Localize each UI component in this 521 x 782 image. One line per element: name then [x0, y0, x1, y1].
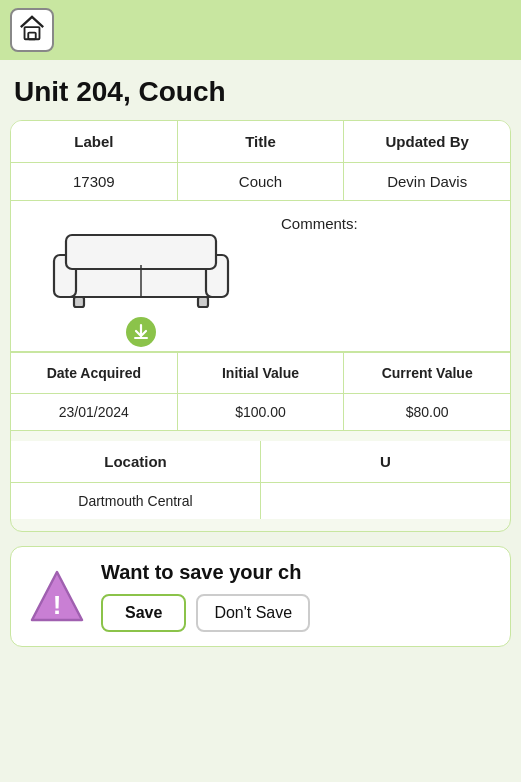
cell-location-2: [261, 483, 510, 519]
top-bar: [0, 0, 521, 60]
page-title: Unit 204, Couch: [0, 60, 521, 120]
home-button[interactable]: [10, 8, 54, 52]
warning-triangle: !: [27, 568, 87, 626]
cell-initial-value: $100.00: [178, 394, 345, 430]
location-data-row: Dartmouth Central: [11, 483, 510, 519]
image-comments-row: Comments:: [11, 201, 510, 352]
svg-rect-7: [74, 297, 84, 307]
col-title: Title: [178, 121, 345, 162]
save-button[interactable]: Save: [101, 594, 186, 632]
save-dialog-content: Want to save your ch Save Don't Save: [101, 561, 494, 632]
cell-current-value: $80.00: [344, 394, 510, 430]
comments-cell: Comments:: [271, 201, 510, 351]
location-section: Location U Dartmouth Central: [11, 441, 510, 519]
cell-label: 17309: [11, 163, 178, 200]
save-dialog-text: Want to save your ch: [101, 561, 494, 584]
col-location: Location: [11, 441, 261, 482]
col-date-acquired: Date Acquired: [11, 353, 178, 393]
svg-rect-8: [198, 297, 208, 307]
cell-date-acquired: 23/01/2024: [11, 394, 178, 430]
col-current-value: Current Value: [344, 353, 510, 393]
save-dialog-buttons: Save Don't Save: [101, 594, 494, 632]
col-updated-by: Updated By: [344, 121, 510, 162]
comments-label: Comments:: [281, 215, 358, 232]
dont-save-button[interactable]: Don't Save: [196, 594, 310, 632]
save-dialog: ! Want to save your ch Save Don't Save: [10, 546, 511, 647]
col-initial-value: Initial Value: [178, 353, 345, 393]
main-content: Label Title Updated By 17309 Couch Devin…: [10, 120, 511, 532]
location-header: Location U: [11, 441, 510, 483]
cell-location-name: Dartmouth Central: [11, 483, 261, 519]
image-cell: [11, 201, 271, 351]
financial-header: Date Acquired Initial Value Current Valu…: [11, 352, 510, 394]
cell-title: Couch: [178, 163, 345, 200]
download-button[interactable]: [126, 317, 156, 347]
financial-data-row: 23/01/2024 $100.00 $80.00: [11, 394, 510, 431]
cell-updated-by: Devin Davis: [344, 163, 510, 200]
svg-rect-5: [66, 235, 216, 269]
couch-image: [46, 213, 236, 313]
svg-rect-1: [28, 33, 35, 40]
col-location-2: U: [261, 441, 510, 482]
home-icon: [18, 14, 46, 46]
table-data-row: 17309 Couch Devin Davis: [11, 163, 510, 201]
table-header-row: Label Title Updated By: [11, 121, 510, 163]
svg-text:!: !: [53, 590, 62, 620]
col-label: Label: [11, 121, 178, 162]
